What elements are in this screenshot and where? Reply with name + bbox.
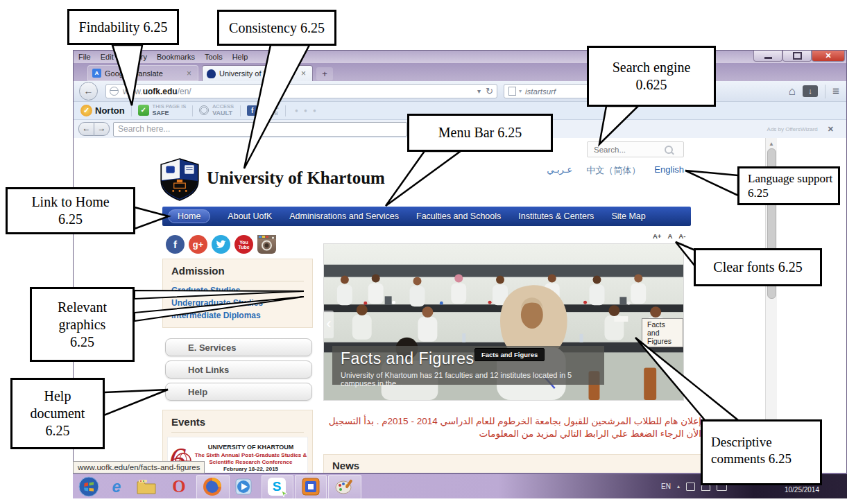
file-explorer-icon[interactable] [137,479,156,494]
norton-vault-button[interactable]: ACCESS VAULT [199,104,234,116]
menu-history[interactable]: History [123,53,147,61]
menu-edit[interactable]: Edit [101,53,114,61]
nav-administrations-services[interactable]: Adminisrations and Services [289,211,399,221]
search-forward-button[interactable]: → [94,122,110,136]
callout-relevant-graphics: Relevant graphics 6.25 [30,287,135,362]
minimize-button[interactable] [753,51,782,62]
separator [192,105,193,116]
site-title: University of Khartoum [207,168,385,188]
norton-brand: Norton [95,105,125,116]
search-back-button[interactable]: ← [78,122,94,136]
opera-icon[interactable]: O [169,476,189,497]
skype-glyph: S [273,479,282,494]
tab-close-icon[interactable]: × [187,69,191,78]
vault-label-bottom: VAULT [212,110,234,117]
nav-institutes-centers[interactable]: Institutes & Centers [518,211,594,221]
google-plus-icon[interactable]: g+ [189,235,207,254]
menu-file[interactable]: File [78,53,91,61]
youtube-icon[interactable]: You Tube [234,235,253,254]
paint-taskbar-button[interactable] [328,475,361,499]
home-icon[interactable]: ⌂ [789,85,796,98]
menu-tools[interactable]: Tools [205,53,223,61]
separator [131,105,132,116]
start-button[interactable] [78,476,100,498]
vmware-taskbar-button[interactable] [295,475,327,499]
facebook-icon[interactable]: f [166,235,185,254]
media-player-icon[interactable] [234,477,253,496]
homepage-slider[interactable]: ‹ Facts and Figures University of Kharto… [323,243,684,401]
close-button[interactable]: ✕ [812,51,845,62]
firefox-taskbar-button[interactable] [196,475,230,499]
youtube-text-bottom: Tube [238,245,249,250]
site-search-icon[interactable] [665,146,673,154]
norton-check-icon: ✓ [80,105,92,116]
vault-icon [199,105,209,115]
language-link-chinese[interactable]: 中文（简体） [586,164,640,177]
social-icons: f g+ You Tube [166,235,276,254]
ads-close-icon[interactable]: ✕ [828,125,834,134]
search-here-input[interactable] [113,122,407,137]
menu-help[interactable]: Help [232,53,248,61]
url-dropdown-icon[interactable]: ▾ [477,87,481,95]
toolbar-icons: ⌂ ↓ ≡ [789,85,839,98]
nav-faculties-schools[interactable]: Faculties and Schools [416,211,501,221]
engine-name: istartsurf [525,87,556,96]
browser-menubar: File Edit History Bookmarks Tools Help ✕ [74,51,846,63]
globe-icon [110,87,119,96]
language-link-arabic[interactable]: عـربـي [547,164,572,177]
norton-logo[interactable]: ✓ Norton [80,105,125,116]
nav-home[interactable]: Home [168,209,210,223]
hamburger-menu-icon[interactable]: ≡ [825,85,839,98]
link-graduate-studies[interactable]: Graduate Studies [171,286,304,295]
close-icon: ✕ [825,51,831,60]
norton-more-dots-icon[interactable]: ● ● ● [295,107,318,114]
searchbar-nav-arrows: ← → [78,122,110,136]
engine-dropdown-icon[interactable]: ▾ [519,88,522,94]
nav-about-uofk[interactable]: About UofK [228,211,272,221]
uofk-logo[interactable] [158,157,201,205]
font-normal-button[interactable]: A [667,232,672,240]
callout-consistency: Consistency 6.25 [217,10,336,46]
font-decrease-button[interactable]: A- [678,232,685,240]
new-tab-button[interactable]: + [316,67,333,80]
site-search-input[interactable] [592,145,665,155]
tab-close-icon[interactable]: × [301,69,306,78]
events-title: Events [171,416,304,433]
tray-expand-icon[interactable]: ▴ [677,483,680,489]
instagram-icon[interactable] [257,235,276,254]
scrollbar-up-icon[interactable]: ▲ [766,141,777,147]
back-button[interactable]: ← [79,82,98,101]
tab-university-of-khartoum[interactable]: University of Khar × [202,65,313,81]
slider-prev-arrow[interactable]: ‹ [324,311,334,338]
separator [240,105,241,116]
url-bar[interactable]: www.uofk.edu/en/ ▾ ↻ [105,84,497,98]
navigation-toolbar: ← www.uofk.edu/en/ ▾ ↻ ▾ istartsurf ⌂ ↓ … [74,81,846,102]
tray-language-indicator[interactable]: EN [661,483,671,490]
tab-google-translate[interactable]: A Google Translate × [87,65,198,81]
tray-action-center-icon[interactable] [686,483,695,491]
maximize-button[interactable] [782,51,812,62]
nav-site-map[interactable]: Site Map [611,211,645,221]
annotated-screenshot-figure: File Edit History Bookmarks Tools Help ✕… [0,0,847,504]
site-search-box[interactable] [587,141,684,157]
tray-date[interactable]: 10/25/2014 [785,486,819,494]
url-domain: uofk.edu [143,87,178,96]
twitter-icon[interactable] [212,235,230,254]
hot-links-button[interactable]: Hot Links [165,360,312,379]
slide-description: University of Khartoum has 21 faculties … [341,371,596,388]
skype-taskbar-button[interactable]: S [262,475,293,499]
reload-icon[interactable]: ↻ [486,86,493,96]
link-intermediate-diplomas[interactable]: Intermediate Diplomas [171,311,304,320]
internet-explorer-icon[interactable]: e [106,477,127,496]
menu-bookmarks[interactable]: Bookmarks [157,53,195,61]
font-increase-button[interactable]: A+ [653,232,661,240]
maximize-icon [793,52,802,60]
language-link-english[interactable]: English [654,164,684,177]
norton-share-button[interactable]: f SHARE FACEB [247,105,279,116]
norton-safe-status[interactable]: ✓ THIS PAGE IS SAFE [138,104,187,116]
download-icon[interactable]: ↓ [803,85,818,97]
e-services-button[interactable]: E. Services [165,338,312,356]
link-undergraduate-studies[interactable]: Undergraduate Studies [171,298,304,308]
help-button[interactable]: Help [165,383,312,401]
facebook-share-icon: f [247,105,257,116]
